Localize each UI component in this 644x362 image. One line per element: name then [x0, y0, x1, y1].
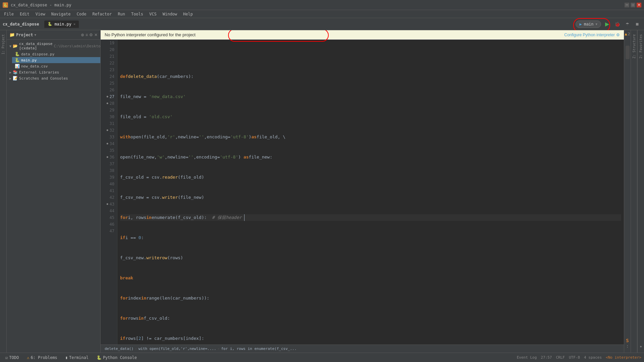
line-num-23: 23: [103, 66, 114, 73]
tree-item-root[interactable]: ▼ 📂 cx_data_dispose [cxdata] C:\Users\ad…: [7, 41, 100, 51]
menu-code[interactable]: Code: [74, 11, 89, 17]
favorites-label[interactable]: 2: Favorites: [639, 32, 643, 61]
gutter-dot-28: ●: [107, 100, 108, 107]
tab-python-console[interactable]: 🐍 Python Console: [94, 355, 140, 361]
py-file-icon: 🐍: [48, 22, 52, 26]
menu-refactor[interactable]: Refactor: [90, 11, 114, 17]
tab-problems[interactable]: ⚠ 6: Problems: [24, 355, 60, 361]
editor-tab-main[interactable]: 🐍 main.py ✕: [44, 20, 79, 28]
line-num-41: 41: [103, 187, 114, 194]
debug-button[interactable]: 🐞: [613, 20, 621, 28]
run-config-selector[interactable]: ▶ main ▼: [576, 20, 601, 28]
breadcrumb-item-1[interactable]: delete_data(): [105, 347, 133, 351]
sidebar-close-button[interactable]: ✕: [94, 33, 98, 37]
warn-count: 2: [628, 32, 630, 36]
sidebar-locate-button[interactable]: ⊕: [81, 33, 84, 37]
root-label: cx_data_dispose [cxdata]: [19, 42, 52, 50]
star-icon[interactable]: ★: [640, 344, 642, 349]
warning-message: No Python interpreter configured for the…: [105, 32, 196, 37]
code-editor[interactable]: 19 20 21 22 23 24 25 26 ●27 ●28 29 30: [101, 40, 624, 345]
menu-help[interactable]: Help: [180, 11, 196, 17]
run-button[interactable]: ▶: [603, 20, 611, 28]
code-line-23: with open(file_old,'r',newline='',encodi…: [120, 134, 621, 140]
tree-item-main[interactable]: 🐍 main.py: [12, 57, 100, 63]
code-line-28: if i == 0:: [120, 234, 621, 241]
code-line-21: file_new = 'new_data.csv': [120, 93, 621, 100]
sidebar-tree: ▼ 📂 cx_data_dispose [cxdata] C:\Users\ad…: [7, 40, 100, 353]
coverage-button[interactable]: ☂: [623, 20, 631, 28]
line-num-44: 44: [103, 208, 114, 214]
sidebar-dropdown-icon: ▼: [35, 33, 36, 37]
scroll-thumb[interactable]: [626, 46, 630, 59]
line-num-27: ●27: [103, 93, 114, 100]
configure-gear-icon: ⚙: [616, 33, 620, 37]
event-log-link[interactable]: Event Log: [517, 355, 537, 360]
sidebar-settings-button[interactable]: ⚙: [89, 33, 93, 37]
tree-item-ext-libs[interactable]: ▶ 📚 External Libraries: [7, 69, 100, 75]
scroll-track: [626, 38, 630, 337]
breadcrumb-item-3[interactable]: for i, rows in enumerate(f_csv_...: [221, 347, 297, 351]
tab-close-button[interactable]: ✕: [73, 22, 75, 26]
line-num-28: ●28: [103, 100, 114, 107]
line-num-35: 35: [103, 147, 114, 154]
file-label-scratches: Scratches and Consoles: [19, 76, 68, 81]
z-structure-label[interactable]: Z: Structure: [632, 32, 636, 61]
breadcrumb-sep-1: ›: [135, 347, 137, 351]
encoding-status[interactable]: UTF-8: [569, 355, 580, 360]
menu-view[interactable]: View: [33, 11, 48, 17]
maximize-button[interactable]: □: [631, 3, 635, 7]
line-num-34: ●34: [103, 140, 114, 147]
menu-vcs[interactable]: VCS: [147, 11, 159, 17]
line-num-21: 21: [103, 53, 114, 60]
menu-window[interactable]: Window: [160, 11, 180, 17]
tab-terminal-label: Terminal: [69, 355, 89, 360]
line-num-29: 29: [103, 107, 114, 114]
left-side-panel: 1: Project: [0, 30, 7, 353]
gutter-dot-43: ●: [107, 201, 108, 208]
root-path: C:\Users\admin\Desktop\cx_da...: [54, 44, 100, 48]
tree-item-csv[interactable]: 📊 new_data.csv: [12, 63, 100, 69]
sidebar-collapse-button[interactable]: ≡: [86, 33, 88, 37]
terminal-icon: ▮: [65, 355, 68, 360]
code-line-26: f_csv_new = csv.writer(file_new): [120, 194, 621, 201]
stop-button[interactable]: ⏹: [633, 20, 641, 28]
run-config-dropdown-icon: ▼: [596, 22, 597, 26]
breadcrumb-item-2[interactable]: with open(file_old,'r',newline=....: [139, 347, 216, 351]
line-num-24: 24: [103, 73, 114, 80]
menu-edit[interactable]: Edit: [17, 11, 32, 17]
file-label-main: main.py: [21, 58, 37, 62]
file-label-data-dispose: data_dispose.py: [21, 52, 54, 56]
tab-terminal[interactable]: ▮ Terminal: [63, 355, 91, 361]
crlf-status[interactable]: CRLF: [556, 355, 565, 360]
menu-tools[interactable]: Tools: [128, 11, 146, 17]
code-content[interactable]: def delete_data(car_numbers): file_new =…: [117, 40, 624, 345]
run-icon-small: ▶: [579, 22, 582, 27]
menu-run[interactable]: Run: [115, 11, 128, 17]
project-view-label[interactable]: 1: Project: [1, 32, 5, 57]
code-line-20: def delete_data(car_numbers):: [120, 73, 621, 80]
close-button[interactable]: ✕: [637, 3, 641, 7]
indent-status[interactable]: 4 spaces: [584, 355, 602, 360]
code-lines-container: 19 20 21 22 23 24 25 26 ●27 ●28 29 30: [101, 40, 624, 345]
title-bar-left: 🐍 cx_data_dispose - main.py: [3, 2, 71, 8]
configure-interpreter-link[interactable]: Configure Python interpreter ⚙: [564, 33, 620, 37]
csv-icon: 📊: [15, 64, 20, 69]
line-numbers: 19 20 21 22 23 24 25 26 ●27 ●28 29 30: [101, 40, 117, 345]
tree-item-data-dispose[interactable]: 🐍 data_dispose.py: [12, 51, 100, 57]
py-icon-1: 🐍: [15, 52, 20, 56]
bottom-tabs-bar: ☑ TODO ⚠ 6: Problems ▮ Terminal 🐍 Python…: [0, 353, 644, 362]
tree-item-scratches[interactable]: ▶ 📝 Scratches and Consoles: [7, 75, 100, 81]
tree-arrow-root: ▼: [9, 44, 11, 48]
menu-bar: File Edit View Navigate Code Refactor Ru…: [0, 10, 644, 18]
line-col-status[interactable]: 27:57: [541, 355, 552, 360]
line-num-38: 38: [103, 167, 114, 174]
line-num-42: 42: [103, 194, 114, 201]
tab-todo[interactable]: ☑ TODO: [3, 355, 21, 361]
menu-file[interactable]: File: [1, 11, 16, 17]
interpreter-status[interactable]: <No interpreter>: [606, 355, 641, 360]
line-num-30: 30: [103, 114, 114, 120]
sidebar-title: Project: [16, 33, 33, 37]
minimize-button[interactable]: ─: [625, 3, 629, 7]
menu-navigate[interactable]: Navigate: [49, 11, 73, 17]
tree-arrow-ext-libs: ▶: [9, 71, 11, 74]
